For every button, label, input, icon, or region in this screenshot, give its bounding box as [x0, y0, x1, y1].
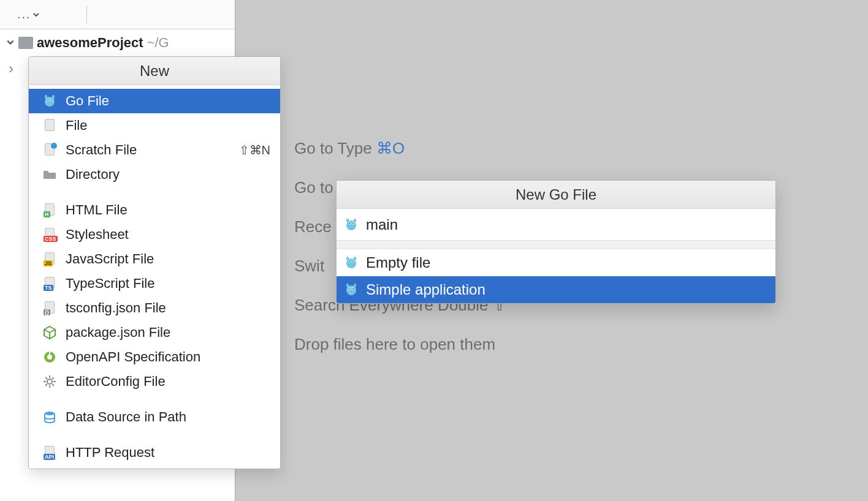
- folder-icon: [42, 167, 57, 182]
- svg-line-34: [45, 377, 47, 379]
- hint-goto-type: Go to Type: [294, 139, 376, 157]
- datasource-icon: [42, 410, 57, 424]
- svg-line-35: [52, 384, 54, 386]
- menu-item-label: Scratch File: [66, 142, 137, 158]
- template-option-simple-application[interactable]: Simple application: [337, 276, 775, 303]
- go-icon: [42, 94, 57, 108]
- menu-item-scratch-file[interactable]: Scratch File⇧⌘N: [29, 138, 280, 162]
- menu-item-http-request[interactable]: APIHTTP Request: [29, 440, 280, 465]
- svg-point-27: [47, 355, 52, 360]
- new-context-menu: New Go FileFileScratch File⇧⌘NDirectoryH…: [28, 56, 281, 469]
- menu-separator: [29, 189, 280, 195]
- menu-item-label: OpenAPI Specification: [66, 349, 200, 365]
- filename-input[interactable]: [365, 216, 768, 234]
- menu-item-go-file[interactable]: Go File: [29, 89, 280, 113]
- menu-item-label: package.json File: [66, 325, 170, 341]
- menu-item-directory[interactable]: Directory: [29, 162, 280, 187]
- css-icon: CSS: [42, 227, 57, 242]
- ts-icon: TS: [42, 276, 57, 291]
- go-icon: [344, 217, 359, 232]
- menu-separator: [29, 396, 280, 402]
- svg-point-22: [47, 99, 48, 100]
- project-path: ~/G: [147, 35, 169, 51]
- menu-item-data-source-in-path[interactable]: Data Source in Path: [29, 405, 280, 429]
- menu-item-stylesheet[interactable]: CSSStylesheet: [29, 222, 280, 247]
- menu-item-label: Go File: [66, 93, 109, 109]
- hint-drop-files: Drop files here to open them: [294, 335, 495, 353]
- scratch-icon: [42, 143, 57, 157]
- project-toolbar: ...: [0, 0, 235, 29]
- context-menu-title: New: [29, 57, 280, 85]
- menu-item-label: Stylesheet: [66, 227, 129, 243]
- menu-item-openapi-specification[interactable]: OpenAPI Specification: [29, 345, 280, 369]
- menu-item-typescript-file[interactable]: TSTypeScript File: [29, 271, 280, 296]
- openapi-icon: [42, 350, 57, 364]
- svg-point-38: [45, 412, 55, 415]
- menu-item-label: HTTP Request: [66, 445, 154, 461]
- scope-dropdown-text: ...: [17, 7, 31, 21]
- svg-point-59: [354, 284, 356, 287]
- svg-line-37: [52, 377, 54, 379]
- caret-down-icon: [6, 37, 15, 50]
- svg-point-44: [346, 219, 349, 222]
- svg-point-45: [354, 219, 356, 222]
- svg-point-52: [354, 257, 356, 260]
- menu-item-html-file[interactable]: HHTML File: [29, 198, 280, 222]
- html-icon: H: [42, 203, 57, 217]
- menu-item-label: EditorConfig File: [66, 374, 166, 390]
- svg-point-29: [47, 379, 52, 384]
- menu-item-editorconfig-file[interactable]: EditorConfig File: [29, 369, 280, 394]
- dialog-option-list: Empty fileSimple application: [337, 249, 775, 303]
- menu-item-javascript-file[interactable]: JSJavaScript File: [29, 247, 280, 271]
- editorconfig-icon: [42, 374, 57, 389]
- menu-separator: [29, 432, 280, 438]
- menu-item-label: TypeScript File: [66, 276, 155, 292]
- svg-point-49: [349, 261, 350, 262]
- menu-item-tsconfig-json-file[interactable]: {}tsconfig.json File: [29, 296, 280, 320]
- file-icon: [42, 118, 57, 133]
- project-root-node[interactable]: awesomeProject ~/G: [0, 29, 235, 56]
- menu-item-package-json-file[interactable]: package.json File: [29, 320, 280, 345]
- dialog-title: New Go File: [337, 181, 775, 209]
- svg-point-42: [349, 223, 350, 224]
- dialog-input-row: [337, 209, 775, 241]
- pkg-icon: [42, 325, 57, 340]
- svg-point-23: [51, 99, 52, 100]
- scope-dropdown[interactable]: ...: [17, 7, 40, 21]
- template-option-empty-file[interactable]: Empty file: [337, 249, 775, 276]
- svg-point-56: [349, 288, 350, 289]
- template-option-label: Simple application: [366, 281, 485, 298]
- menu-item-label: tsconfig.json File: [66, 300, 166, 316]
- hint-recent: Rece: [294, 217, 332, 236]
- http-icon: API: [42, 445, 57, 460]
- svg-point-50: [352, 261, 354, 262]
- svg-point-25: [52, 95, 55, 99]
- hint-switcher: Swit: [294, 257, 324, 275]
- svg-point-24: [45, 95, 47, 99]
- menu-item-shortcut: ⇧⌘N: [239, 143, 270, 157]
- go-icon: [344, 282, 359, 297]
- menu-item-label: File: [66, 118, 87, 134]
- svg-line-36: [45, 384, 47, 386]
- svg-point-57: [352, 288, 354, 289]
- menu-item-label: Directory: [66, 167, 120, 183]
- svg-point-51: [346, 257, 349, 260]
- svg-point-43: [352, 223, 354, 224]
- menu-item-file[interactable]: File: [29, 113, 280, 138]
- go-icon: [344, 255, 359, 270]
- dialog-spacer: [337, 241, 775, 249]
- svg-rect-28: [49, 351, 50, 355]
- menu-item-label: JavaScript File: [66, 251, 154, 267]
- new-go-file-dialog: New Go File Empty fileSimple application: [336, 180, 776, 304]
- svg-point-58: [346, 284, 349, 287]
- context-menu-list: Go FileFileScratch File⇧⌘NDirectoryHHTML…: [29, 85, 280, 469]
- toolbar-separator: [86, 6, 87, 23]
- app-root: ... awesomeProj: [0, 0, 868, 501]
- js-icon: JS: [42, 252, 57, 266]
- hint-goto-type-shortcut: ⌘O: [376, 139, 405, 157]
- template-option-label: Empty file: [366, 254, 430, 271]
- project-name: awesomeProject: [37, 35, 143, 51]
- tsconfig-icon: {}: [42, 301, 57, 315]
- folder-icon: [18, 37, 33, 49]
- menu-item-label: HTML File: [66, 202, 128, 218]
